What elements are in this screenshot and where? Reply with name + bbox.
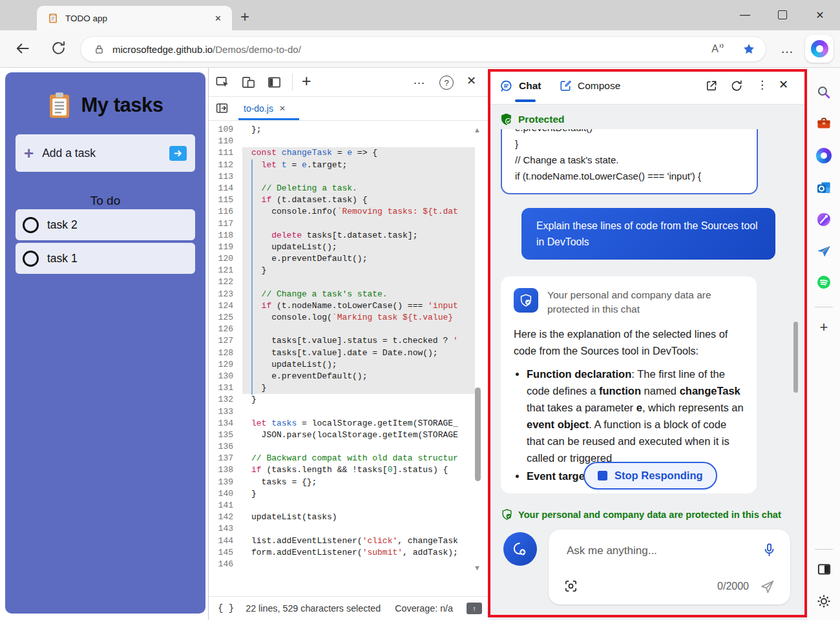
devtools-menu-icon[interactable]: … [413,73,426,87]
window-minimize-button[interactable]: — [731,4,759,26]
browser-menu-icon[interactable]: … [781,41,794,56]
code-line[interactable]: 109}; [209,124,475,136]
tab-chat[interactable]: Chat [499,68,541,104]
copilot-refresh-icon[interactable] [730,79,743,92]
line-number[interactable]: 132 [209,394,242,406]
todo-task-row[interactable]: task 2 [16,209,195,240]
code-line[interactable]: 117 [209,218,475,230]
code-line[interactable]: 145form.addEventListener('submit', addTa… [209,547,475,559]
code-line[interactable]: 115 if (t.dataset.task) { [209,194,475,206]
copilot-input-card[interactable]: 0/2000 [549,530,790,604]
microphone-icon[interactable] [762,542,777,557]
tab-close-icon[interactable]: ✕ [212,12,224,25]
new-topic-button[interactable] [503,532,537,566]
line-number[interactable]: 130 [209,371,242,382]
favorite-star-icon[interactable] [742,43,755,56]
line-number[interactable]: 134 [209,418,242,429]
add-task-input[interactable]: + Add a task [16,134,195,172]
line-number[interactable]: 145 [209,547,242,559]
line-number[interactable]: 125 [209,312,242,324]
file-tab-to-do-js[interactable]: to-do.js ✕ [238,97,291,120]
line-number[interactable]: 136 [209,441,242,453]
address-bar[interactable]: microsoftedge.github.io/Demos/demo-to-do… [80,36,766,62]
line-number[interactable]: 120 [209,253,242,265]
code-line[interactable]: 119 updateList(); [209,242,475,253]
scroll-down-arrow[interactable]: ▼ [474,564,481,572]
refresh-button[interactable] [50,40,67,56]
code-line[interactable]: 131 } [209,382,475,394]
toggle-navigator-icon[interactable] [215,101,229,115]
copilot-close-icon[interactable]: ✕ [779,78,788,92]
dock-layout-icon[interactable] [267,75,282,90]
line-number[interactable]: 137 [209,453,242,464]
code-line[interactable]: 140} [209,488,475,500]
line-number[interactable]: 126 [209,324,242,335]
window-maximize-button[interactable] [768,4,797,26]
code-line[interactable]: 132} [209,394,475,406]
code-line[interactable]: 124 if (t.nodeName.toLowerCase() === 'in… [209,300,475,312]
code-line[interactable]: 121 } [209,265,475,276]
ask-input[interactable] [565,544,742,558]
task-checkbox[interactable] [23,251,39,267]
designer-icon[interactable] [816,212,832,227]
site-lock-icon[interactable] [94,44,105,55]
line-number[interactable]: 129 [209,359,242,371]
drop-icon[interactable] [816,243,832,259]
code-line[interactable]: 130 e.preventDefault(); [209,371,475,382]
search-icon[interactable] [816,85,832,100]
read-aloud-icon[interactable]: A [711,44,724,54]
line-number[interactable]: 116 [209,206,242,218]
window-close-button[interactable]: ✕ [806,4,834,26]
code-line[interactable]: 118 delete tasks[t.dataset.task]; [209,230,475,242]
code-line[interactable]: 129 updateList(); [209,359,475,371]
send-icon[interactable] [759,579,775,595]
settings-gear-icon[interactable] [816,594,832,609]
code-line[interactable]: 126 [209,324,475,335]
line-number[interactable]: 144 [209,535,242,547]
line-number[interactable]: 117 [209,218,242,230]
line-number[interactable]: 119 [209,242,242,253]
line-number[interactable]: 121 [209,265,242,276]
line-number[interactable]: 135 [209,429,242,441]
code-line[interactable]: 143 [209,523,475,535]
file-tab-close-icon[interactable]: ✕ [279,104,286,113]
code-line[interactable]: 120 e.preventDefault(); [209,253,475,265]
line-number[interactable]: 122 [209,276,242,288]
line-number[interactable]: 138 [209,464,242,476]
code-line[interactable]: 142updateList(tasks) [209,512,475,523]
code-line[interactable]: 125 console.log(`Marking task ${t.value} [209,312,475,324]
line-number[interactable]: 123 [209,289,242,300]
load-coverage-icon[interactable]: ↑ [467,603,482,614]
new-tab-button[interactable]: + [240,8,249,26]
line-number[interactable]: 113 [209,171,242,183]
screenshot-capture-icon[interactable] [563,579,578,594]
line-number[interactable]: 109 [209,124,242,136]
code-line[interactable]: 141 [209,500,475,512]
copilot-scrollbar-thumb[interactable] [793,322,798,393]
code-line[interactable]: 110 [209,136,475,147]
inspect-element-icon[interactable] [215,75,230,90]
toolbox-icon[interactable] [816,116,832,131]
line-number[interactable]: 141 [209,500,242,512]
code-line[interactable]: 135 JSON.parse(localStorage.getItem(STOR… [209,429,475,441]
line-number[interactable]: 114 [209,183,242,194]
line-number[interactable]: 146 [209,559,242,570]
code-line[interactable]: 136 [209,441,475,453]
sidebar-panel-icon[interactable] [816,561,832,577]
line-number[interactable]: 128 [209,347,242,359]
line-number[interactable]: 124 [209,300,242,312]
open-in-window-icon[interactable] [705,79,718,92]
task-checkbox[interactable] [23,217,39,233]
line-number[interactable]: 127 [209,335,242,347]
line-number[interactable]: 112 [209,160,242,171]
pretty-print-icon[interactable]: { } [218,603,234,614]
devtools-help-icon[interactable]: ? [439,76,454,90]
code-line[interactable]: 127 tasks[t.value].status = t.checked ? … [209,335,475,347]
vertical-scrollbar-thumb[interactable] [475,388,481,481]
devtools-close-icon[interactable]: ✕ [467,74,476,88]
code-editor[interactable]: 109};110111const changeTask = e => {112 … [209,121,475,581]
outlook-icon[interactable] [816,180,832,196]
code-line[interactable]: 122 [209,276,475,288]
line-number[interactable]: 115 [209,194,242,206]
code-line[interactable]: 116 console.info(`Removing tasks: ${t.da… [209,206,475,218]
